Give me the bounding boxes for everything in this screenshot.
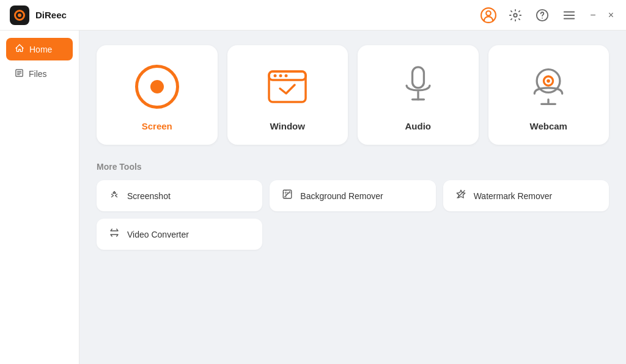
recording-cards: Screen Window	[97, 45, 609, 145]
svg-point-1	[487, 10, 492, 15]
svg-point-16	[547, 79, 550, 83]
titlebar-right: − ×	[480, 7, 616, 24]
files-icon	[15, 68, 24, 79]
menu-icon[interactable]	[561, 7, 578, 24]
background-remover-label: Background Remover	[300, 191, 383, 201]
main-layout: Home Files Screen	[0, 31, 626, 364]
webcam-record-icon	[529, 66, 568, 107]
screenshot-tool[interactable]: Screenshot	[97, 180, 262, 211]
watermark-remover-tool[interactable]: Watermark Remover	[443, 180, 609, 211]
watermark-remover-icon	[454, 189, 468, 203]
logo-dot	[18, 13, 21, 17]
watermark-remover-label: Watermark Remover	[474, 191, 553, 201]
video-converter-tool[interactable]: Video Converter	[97, 219, 262, 250]
audio-card[interactable]: Audio	[358, 45, 479, 145]
window-controls: − ×	[587, 7, 616, 23]
more-tools-title: More Tools	[97, 162, 609, 172]
audio-record-icon	[402, 66, 434, 107]
sidebar-home-label: Home	[29, 45, 52, 54]
window-record-icon	[267, 68, 308, 105]
home-icon	[15, 43, 24, 55]
video-converter-label: Video Converter	[127, 230, 189, 239]
screen-icon-wrapper	[135, 62, 179, 111]
screen-icon-dot	[150, 80, 164, 93]
window-label: Window	[270, 121, 305, 131]
sidebar: Home Files	[0, 31, 79, 364]
svg-point-2	[514, 13, 518, 17]
screenshot-label: Screenshot	[127, 191, 171, 201]
webcam-card[interactable]: Webcam	[488, 45, 609, 145]
screen-label: Screen	[142, 121, 172, 131]
account-icon[interactable]	[480, 7, 497, 24]
more-tools-section: More Tools Screenshot	[97, 162, 609, 250]
titlebar: DiReec	[0, 0, 626, 31]
sidebar-item-files[interactable]: Files	[6, 63, 73, 85]
app-logo	[10, 5, 29, 25]
minimize-button[interactable]: −	[587, 7, 598, 23]
audio-icon-wrapper	[402, 62, 434, 111]
window-card[interactable]: Window	[227, 45, 348, 145]
svg-rect-11	[412, 67, 424, 88]
svg-point-10	[285, 75, 288, 78]
svg-point-9	[279, 75, 282, 78]
audio-label: Audio	[405, 121, 432, 131]
close-button[interactable]: ×	[606, 7, 616, 23]
logo-circle	[14, 10, 25, 21]
app-name: DiReec	[35, 10, 67, 20]
background-remover-icon	[281, 189, 294, 203]
svg-line-20	[285, 192, 290, 197]
screen-card[interactable]: Screen	[97, 45, 218, 145]
screenshot-icon	[108, 189, 121, 203]
main-content: Screen Window	[79, 31, 626, 364]
sidebar-item-home[interactable]: Home	[6, 38, 73, 60]
titlebar-left: DiReec	[10, 5, 67, 25]
screen-record-icon	[135, 65, 179, 109]
webcam-icon-wrapper	[529, 62, 568, 111]
tools-grid: Screenshot Background Remover	[97, 180, 609, 250]
sidebar-files-label: Files	[29, 69, 47, 79]
webcam-label: Webcam	[530, 121, 567, 131]
background-remover-tool[interactable]: Background Remover	[270, 180, 435, 211]
video-converter-icon	[108, 227, 121, 241]
window-icon-wrapper	[267, 62, 308, 111]
help-icon[interactable]	[534, 7, 551, 24]
svg-point-4	[542, 17, 543, 18]
settings-icon[interactable]	[507, 7, 524, 24]
svg-point-8	[274, 75, 277, 78]
